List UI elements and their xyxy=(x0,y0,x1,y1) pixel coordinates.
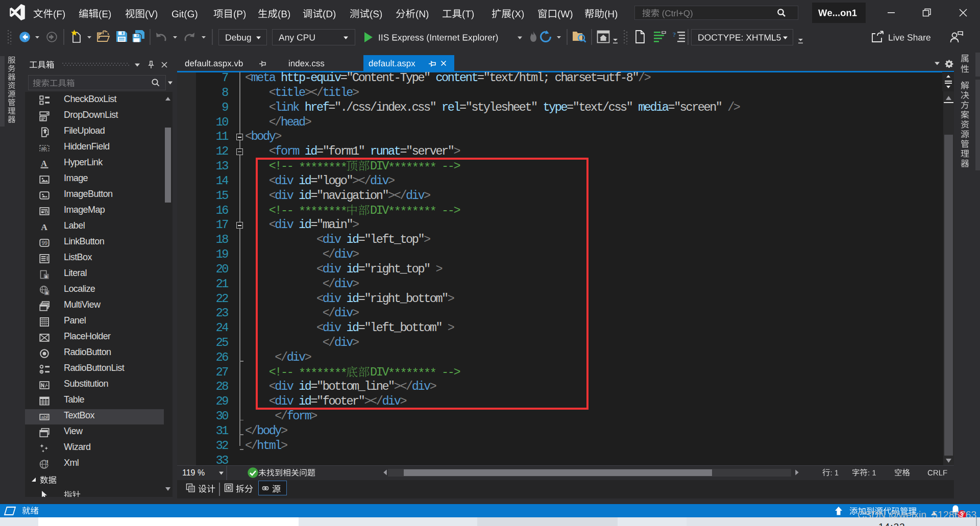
svg-text:A: A xyxy=(41,222,47,232)
svg-text:?: ? xyxy=(673,31,676,38)
svg-text:a: a xyxy=(45,290,48,295)
svg-text:99: 99 xyxy=(41,240,47,246)
svg-text:ab: ab xyxy=(41,146,46,151)
svg-text:ab: ab xyxy=(41,415,46,420)
svg-text:a: a xyxy=(45,274,48,279)
svg-text:!: ! xyxy=(46,459,48,466)
svg-text:A: A xyxy=(41,159,47,168)
